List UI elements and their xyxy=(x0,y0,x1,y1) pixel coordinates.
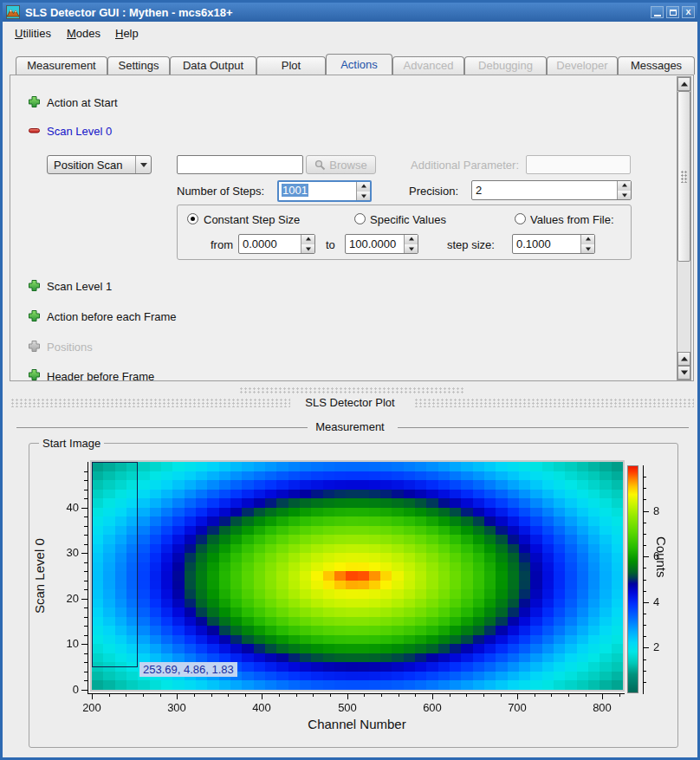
axis-tick xyxy=(551,693,552,697)
number-of-steps-value: 1001 xyxy=(282,184,308,197)
spin-down-icon[interactable] xyxy=(301,244,314,254)
cursor-readout: 253.69, 4.86, 1.83 xyxy=(139,662,237,677)
specific-values-label[interactable]: Specific Values xyxy=(370,213,446,226)
mountain-image-icon xyxy=(6,5,20,19)
add-icon[interactable] xyxy=(28,95,41,108)
vertical-scrollbar[interactable] xyxy=(677,76,691,380)
tab-actions[interactable]: Actions xyxy=(326,54,392,75)
menu-help[interactable]: Help xyxy=(115,27,139,40)
axis-tick xyxy=(619,693,620,697)
axis-tick-label: 8 xyxy=(653,504,679,517)
remove-icon[interactable] xyxy=(28,124,41,137)
axis-tick xyxy=(643,499,646,500)
axis-tick xyxy=(330,693,331,697)
axis-tick xyxy=(84,544,88,545)
axis-tick xyxy=(643,602,649,603)
action-at-start-label[interactable]: Action at Start xyxy=(47,96,118,109)
minimize-button[interactable] xyxy=(651,6,664,18)
step-size-label: step size: xyxy=(447,238,495,251)
scrollbar-thumb[interactable] xyxy=(677,91,690,262)
scan-level-0-label[interactable]: Scan Level 0 xyxy=(47,125,112,138)
header-before-frame-label[interactable]: Header before Frame xyxy=(47,370,154,381)
scan-mode-select[interactable]: Position Scan xyxy=(47,155,152,174)
axis-tick-label: 500 xyxy=(330,701,365,714)
precision-spinbox[interactable]: 2 xyxy=(471,180,632,200)
splitter-collapse-handle[interactable] xyxy=(240,387,465,394)
spin-up-icon[interactable] xyxy=(301,235,314,244)
tab-data-output[interactable]: Data Output xyxy=(170,56,256,75)
close-icon: X xyxy=(685,8,690,16)
heatmap-canvas[interactable] xyxy=(92,462,623,690)
axis-tick xyxy=(84,635,88,636)
spin-up-icon[interactable] xyxy=(357,182,370,192)
axis-tick xyxy=(643,511,649,512)
close-button[interactable]: X xyxy=(682,6,695,18)
axis-tick xyxy=(643,659,646,660)
axis-tick xyxy=(643,556,649,557)
axis-tick xyxy=(84,662,88,663)
tab-debugging: Debugging xyxy=(464,56,547,75)
tab-settings[interactable]: Settings xyxy=(107,56,170,75)
add-icon[interactable] xyxy=(28,279,41,292)
axis-tick-label: 200 xyxy=(75,701,109,714)
step-size-spinbox[interactable]: 0.1000 xyxy=(512,234,595,254)
action-before-frame-label[interactable]: Action before each Frame xyxy=(47,310,177,323)
values-from-file-label[interactable]: Values from File: xyxy=(530,213,614,226)
maximize-button[interactable] xyxy=(666,6,679,18)
spin-down-icon[interactable] xyxy=(581,244,594,254)
axis-tick-label: 300 xyxy=(159,701,194,714)
scan-level-1-label[interactable]: Scan Level 1 xyxy=(47,280,112,293)
additional-parameter-label: Additional Parameter: xyxy=(411,159,519,172)
chevron-down-icon xyxy=(135,156,151,173)
spin-down-icon[interactable] xyxy=(405,244,418,254)
measurement-group-label: Measurement xyxy=(3,420,697,433)
axis-tick xyxy=(415,693,416,697)
axis-tick xyxy=(643,625,646,626)
tab-messages[interactable]: Messages xyxy=(618,56,695,75)
axis-tick-label: 0 xyxy=(51,683,79,696)
scroll-up-button-2[interactable] xyxy=(677,352,690,366)
minimize-icon xyxy=(654,15,661,16)
number-of-steps-spinbox[interactable]: 1001 xyxy=(277,180,372,202)
add-icon[interactable] xyxy=(28,309,41,322)
tab-developer: Developer xyxy=(547,56,618,75)
scroll-up-button[interactable] xyxy=(677,77,690,91)
axis-tick xyxy=(84,516,88,517)
spin-up-icon[interactable] xyxy=(618,181,631,191)
axis-tick xyxy=(347,693,348,699)
title-bar[interactable]: SLS Detector GUI : Mythen - mcs6x18+ X xyxy=(3,3,697,22)
constant-step-size-radio[interactable] xyxy=(187,213,198,224)
axis-tick xyxy=(586,693,587,697)
axis-tick xyxy=(643,523,646,523)
spin-down-icon[interactable] xyxy=(357,192,370,201)
menu-modes[interactable]: Modes xyxy=(67,27,100,40)
to-spinbox[interactable]: 100.0000 xyxy=(345,234,418,254)
constant-step-size-label[interactable]: Constant Step Size xyxy=(204,213,300,226)
axis-tick xyxy=(84,626,88,627)
axis-tick xyxy=(643,545,646,546)
scrollbar-grip xyxy=(681,171,687,183)
add-icon[interactable] xyxy=(28,368,41,381)
axis-tick xyxy=(81,508,88,509)
axis-tick xyxy=(81,644,88,645)
axis-tick xyxy=(296,693,297,697)
scroll-down-button[interactable] xyxy=(677,366,690,380)
browse-label: Browse xyxy=(329,159,366,172)
x-axis-line xyxy=(88,693,625,694)
spin-up-icon[interactable] xyxy=(581,235,594,244)
tab-measurement[interactable]: Measurement xyxy=(16,56,107,75)
spin-up-icon[interactable] xyxy=(405,235,418,244)
spin-down-icon[interactable] xyxy=(618,191,631,200)
from-spinbox[interactable]: 0.0000 xyxy=(238,234,315,254)
actions-panel: Action at Start Scan Level 0 Position Sc… xyxy=(10,75,694,381)
axis-tick-label: 400 xyxy=(244,701,279,714)
axis-tick xyxy=(84,617,88,618)
tab-plot[interactable]: Plot xyxy=(256,56,326,75)
scan-script-input[interactable] xyxy=(177,155,303,174)
menu-utilities[interactable]: Utilities xyxy=(15,27,51,40)
axis-tick xyxy=(177,693,178,699)
specific-values-radio[interactable] xyxy=(354,213,366,224)
axis-tick xyxy=(194,693,195,697)
values-from-file-radio[interactable] xyxy=(515,213,526,224)
axis-tick xyxy=(84,672,88,672)
